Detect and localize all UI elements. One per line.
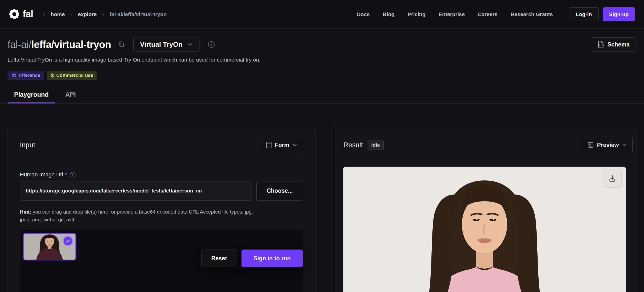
form-icon — [266, 141, 272, 149]
fal-wordmark: fal — [23, 9, 33, 20]
info-icon[interactable] — [208, 41, 215, 48]
result-view-dropdown[interactable]: Preview — [582, 137, 633, 153]
result-panel: Result Idle Preview — [335, 126, 636, 292]
breadcrumb-explore[interactable]: explore — [78, 11, 97, 17]
copy-icon — [118, 41, 125, 48]
input-view-label: Form — [275, 142, 290, 149]
chevron-down-icon — [622, 142, 627, 148]
chevron-right-icon: › — [70, 11, 72, 17]
nav-link-pricing[interactable]: Pricing — [408, 11, 425, 17]
input-panel-title: Input — [20, 141, 35, 149]
chevron-right-icon: › — [43, 11, 45, 17]
input-view-dropdown[interactable]: Form — [260, 137, 303, 153]
hint-text: you can drag and drop file(s) here, or p… — [20, 209, 253, 222]
schema-button[interactable]: Schema — [591, 37, 636, 52]
result-person-image — [343, 167, 626, 292]
login-button[interactable]: Log-in — [569, 7, 599, 21]
choose-file-button[interactable]: Choose... — [256, 181, 303, 201]
dollar-icon: $ — [51, 73, 54, 78]
signup-button[interactable]: Sign-up — [603, 7, 635, 21]
result-preview-image — [343, 167, 626, 292]
tab-bar: Playground API — [0, 91, 644, 104]
result-view-label: Preview — [597, 142, 619, 149]
inference-badge-label: Inference — [19, 73, 40, 78]
navbar: fal › home › explore › fal-ai/leffa/virt… — [0, 0, 644, 29]
input-panel: Input Form Human Image Url* — [8, 126, 315, 292]
chevron-down-icon — [292, 142, 297, 148]
tab-playground[interactable]: Playground — [8, 91, 55, 103]
title-model-name: leffa/virtual-tryon — [31, 39, 111, 50]
inference-badge[interactable]: Inference — [8, 71, 44, 80]
commercial-badge-label: Commercial use — [56, 73, 93, 78]
info-icon[interactable] — [69, 171, 76, 178]
model-description: Leffa Virtual TryOn is a high quality im… — [8, 57, 636, 63]
endpoint-selector-dropdown[interactable]: Virtual TryOn — [133, 37, 199, 52]
chevron-down-icon — [187, 42, 193, 47]
image-icon — [587, 142, 594, 148]
selected-image-thumbnail[interactable] — [23, 233, 76, 260]
field-label-human-image-url: Human Image Url — [20, 171, 63, 178]
schema-icon — [597, 41, 605, 48]
chevron-right-icon: › — [102, 11, 104, 17]
nav-link-research-grants[interactable]: Research Grants — [511, 11, 553, 17]
nav-link-enterprise[interactable]: Enterprise — [439, 11, 465, 17]
reset-button[interactable]: Reset — [201, 250, 237, 267]
status-badge: Idle — [368, 140, 384, 150]
required-marker: * — [65, 171, 67, 178]
nav-link-blog[interactable]: Blog — [383, 11, 395, 17]
nav-link-docs[interactable]: Docs — [357, 11, 370, 17]
tab-api[interactable]: API — [59, 91, 83, 103]
nav-link-careers[interactable]: Careers — [478, 11, 497, 17]
copy-button[interactable] — [118, 41, 125, 48]
sign-in-to-run-button[interactable]: Sign in to run — [242, 250, 303, 267]
breadcrumb-current: fal-ai/leffa/virtual-tryon — [110, 11, 167, 17]
result-panel-title: Result — [343, 141, 363, 149]
human-image-url-input[interactable] — [20, 181, 252, 201]
fal-logo-icon — [9, 9, 20, 20]
atom-icon — [11, 73, 17, 78]
title-namespace: fal-ai/ — [8, 39, 31, 50]
endpoint-selector-label: Virtual TryOn — [140, 41, 183, 48]
breadcrumb-home[interactable]: home — [51, 11, 65, 17]
schema-label: Schema — [608, 41, 630, 48]
fal-logo[interactable]: fal — [9, 9, 33, 20]
hint-bold: Hint: — [20, 209, 31, 215]
download-button[interactable] — [603, 169, 622, 188]
page-title: fal-ai/leffa/virtual-tryon — [8, 39, 111, 50]
commercial-use-badge[interactable]: $ Commercial use — [47, 71, 97, 80]
breadcrumb: › home › explore › fal-ai/leffa/virtual-… — [43, 11, 167, 17]
selected-check-icon — [63, 236, 73, 246]
field-hint: Hint: you can drag and drop file(s) here… — [20, 208, 254, 224]
download-icon — [608, 174, 617, 183]
